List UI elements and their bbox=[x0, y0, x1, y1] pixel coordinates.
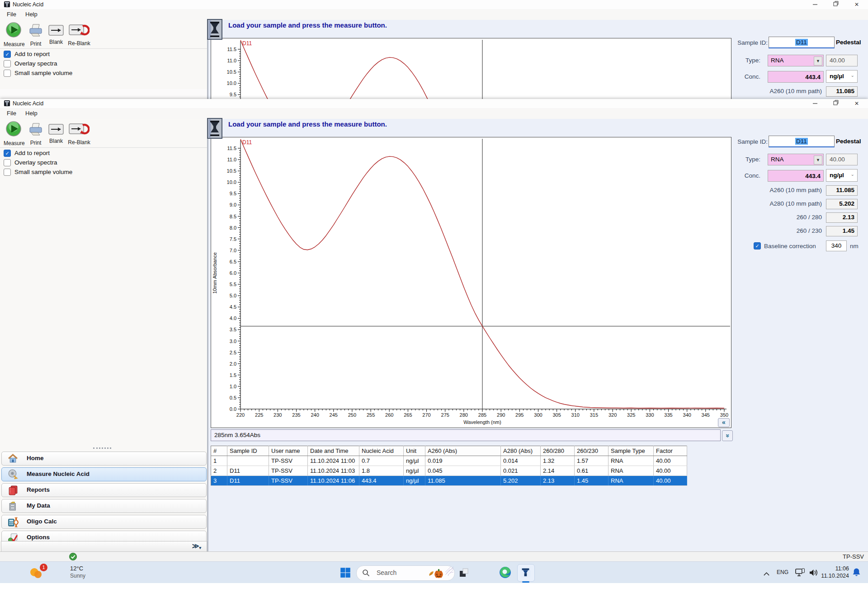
checkbox-empty-icon bbox=[4, 60, 11, 67]
svg-text:235: 235 bbox=[292, 412, 300, 418]
table-row[interactable]: 2D11TP-SSV11.10.2024 11:031.8ng/µl0.0450… bbox=[211, 466, 687, 476]
clock[interactable]: 11:06 11.10.2024 bbox=[811, 565, 849, 579]
nav-expander-bar[interactable]: ≫▾ bbox=[1, 541, 207, 552]
collapse-left-chevron-button[interactable]: « bbox=[718, 418, 730, 427]
type-dropdown[interactable]: RNA ▼ bbox=[768, 154, 824, 165]
menu-file[interactable]: File bbox=[4, 110, 19, 117]
ratio-260-230-value: 1.45 bbox=[826, 226, 858, 236]
column-header[interactable]: # bbox=[211, 446, 227, 456]
nucleic-acid-window-back[interactable]: Nucleic Acid ✕ File Help Measure Print B… bbox=[0, 0, 868, 99]
print-button[interactable]: Print bbox=[26, 22, 45, 47]
small-sample-volume-checkbox[interactable]: Small sample volume bbox=[4, 168, 72, 175]
table-cell: ng/µl bbox=[404, 466, 425, 476]
column-header[interactable]: Nucleic Acid bbox=[359, 446, 404, 456]
a260-value: 11.085 bbox=[826, 86, 858, 97]
column-header[interactable]: 260/280 bbox=[541, 446, 575, 456]
search-box[interactable]: Search bbox=[356, 565, 455, 581]
collapse-down-chevron-button[interactable]: « bbox=[722, 430, 733, 441]
svg-text:265: 265 bbox=[404, 412, 412, 418]
overlay-spectra-checkbox[interactable]: Overlay spectra bbox=[4, 158, 57, 165]
svg-text:240: 240 bbox=[311, 412, 319, 418]
column-header[interactable]: Sample ID bbox=[227, 446, 269, 456]
spider-web-icon bbox=[444, 567, 453, 578]
measure-button[interactable]: Measure bbox=[4, 22, 24, 47]
notification-bell-icon[interactable] bbox=[852, 568, 861, 579]
baseline-unit-label: nm bbox=[850, 243, 863, 249]
conc-value-box: 443.4 bbox=[768, 170, 824, 182]
sample-id-input[interactable]: D11 bbox=[769, 136, 835, 147]
overlay-spectra-checkbox[interactable]: Overlay spectra bbox=[4, 59, 57, 66]
column-header[interactable]: 260/230 bbox=[575, 446, 609, 456]
menu-help[interactable]: Help bbox=[23, 110, 40, 117]
menu-file[interactable]: File bbox=[4, 11, 19, 18]
sidebar-item-oligo-calc[interactable]: Oligo Calc bbox=[1, 515, 207, 529]
close-button[interactable]: ✕ bbox=[849, 0, 864, 9]
unit-value: ng/µl bbox=[830, 172, 844, 179]
spectrum-chart[interactable]: 2202252302352402452502552602652702752802… bbox=[211, 137, 731, 428]
hidden-icons-chevron[interactable] bbox=[763, 570, 770, 578]
sidebar-item-reports[interactable]: Reports bbox=[1, 483, 207, 497]
small-sample-volume-checkbox[interactable]: Small sample volume bbox=[4, 69, 72, 76]
spectrum-chart[interactable]: 2202252302352402452502552602652702752802… bbox=[211, 38, 731, 99]
table-cell: 1.32 bbox=[541, 456, 575, 466]
start-button[interactable] bbox=[340, 567, 351, 580]
table-row[interactable]: 1TP-SSV11.10.2024 11:000.7ng/µl0.0190.01… bbox=[211, 456, 687, 466]
blank-button[interactable]: Blank bbox=[47, 22, 65, 45]
task-view-icon[interactable] bbox=[458, 567, 469, 580]
column-header[interactable]: Sample Type bbox=[609, 446, 654, 456]
column-header[interactable]: Unit bbox=[404, 446, 425, 456]
unit-value: ng/µl bbox=[830, 73, 844, 80]
sidebar-item-label: Home bbox=[27, 455, 44, 461]
close-button[interactable]: ✕ bbox=[849, 99, 864, 108]
column-header[interactable]: A280 (Abs) bbox=[501, 446, 541, 456]
baseline-wavelength-input[interactable]: 340 bbox=[826, 240, 847, 251]
spectrum-plot[interactable]: 2202252302352402452502552602652702752802… bbox=[211, 38, 731, 99]
sidebar-item-label: Options bbox=[27, 534, 50, 541]
add-to-report-checkbox[interactable]: ✓Add to report bbox=[4, 149, 50, 156]
unit-dropdown[interactable]: ng/µl ⌄ bbox=[826, 70, 858, 83]
column-header[interactable]: Date and Time bbox=[308, 446, 359, 456]
add-to-report-checkbox[interactable]: ✓Add to report bbox=[4, 50, 50, 57]
restore-button[interactable] bbox=[828, 0, 844, 9]
type-dropdown[interactable]: RNA ▼ bbox=[768, 55, 824, 66]
baseline-correction-checkbox[interactable]: ✓ bbox=[754, 242, 761, 249]
spectrum-plot[interactable]: 2202252302352402452502552602652702752802… bbox=[211, 137, 731, 428]
toolbar-separator bbox=[0, 48, 207, 49]
minimize-button[interactable] bbox=[807, 0, 823, 9]
house-icon bbox=[7, 453, 19, 464]
menu-help[interactable]: Help bbox=[23, 11, 40, 18]
svg-text:275: 275 bbox=[441, 412, 449, 418]
dropdown-arrow-icon[interactable]: ▼ bbox=[814, 155, 822, 165]
column-header[interactable]: Factor bbox=[654, 446, 687, 456]
restore-button[interactable] bbox=[828, 99, 844, 108]
reblank-button[interactable]: Re-Blank bbox=[68, 22, 90, 47]
nucleic-acid-window-front[interactable]: Nucleic Acid ✕ File Help Measure Print B… bbox=[0, 99, 868, 561]
svg-text:9.5: 9.5 bbox=[230, 191, 236, 196]
blank-button[interactable]: Blank bbox=[47, 121, 65, 144]
sidebar-item-home[interactable]: Home bbox=[1, 452, 207, 466]
minimize-button[interactable] bbox=[807, 99, 823, 108]
unit-dropdown[interactable]: ng/µl ⌄ bbox=[826, 169, 858, 182]
nucleic-acid-taskbar-icon[interactable] bbox=[517, 564, 535, 582]
network-icon[interactable] bbox=[795, 568, 805, 579]
language-indicator[interactable]: ENG bbox=[777, 569, 788, 575]
splitter-handle[interactable] bbox=[93, 447, 111, 450]
file-cabinet-icon bbox=[7, 500, 19, 512]
column-header[interactable]: A260 (Abs) bbox=[425, 446, 501, 456]
sample-id-input[interactable]: D11 bbox=[769, 37, 835, 48]
results-table[interactable]: #Sample IDUser nameDate and TimeNucleic … bbox=[211, 446, 687, 486]
print-button[interactable]: Print bbox=[26, 121, 45, 146]
svg-text:295: 295 bbox=[515, 412, 524, 418]
table-row[interactable]: 3D11TP-SSV11.10.2024 11:06443.4ng/µl11.0… bbox=[211, 476, 687, 486]
column-header[interactable]: User name bbox=[269, 446, 308, 456]
sidebar-item-my-data[interactable]: My Data bbox=[1, 499, 207, 513]
svg-text:290: 290 bbox=[497, 412, 505, 418]
measure-button[interactable]: Measure bbox=[4, 121, 24, 146]
clock-time: 11:06 bbox=[811, 565, 849, 572]
dropdown-arrow-icon[interactable]: ▼ bbox=[814, 56, 822, 66]
svg-text:350: 350 bbox=[720, 412, 728, 418]
type-value: RNA bbox=[771, 57, 784, 64]
sidebar-item-measure-nucleic-acid[interactable]: Measure Nucleic Acid bbox=[1, 467, 207, 481]
edge-browser-icon[interactable] bbox=[499, 566, 511, 580]
reblank-button[interactable]: Re-Blank bbox=[68, 121, 90, 146]
